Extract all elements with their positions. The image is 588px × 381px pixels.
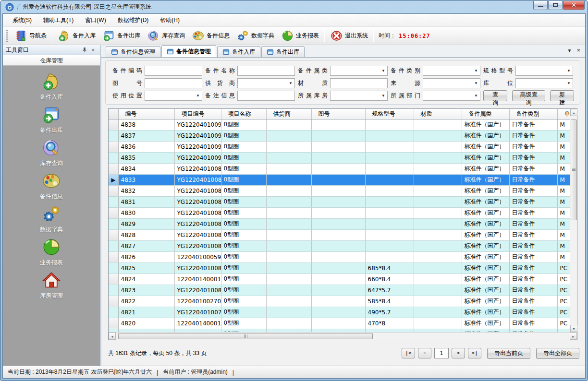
sidebar-item-report[interactable]: 业务报表: [3, 237, 100, 270]
vertical-scrollbar[interactable]: ▲ ▼: [570, 109, 577, 332]
menu-item[interactable]: 窗口(W): [79, 14, 111, 26]
maximize-button[interactable]: [548, 1, 563, 10]
tab-3[interactable]: 备件出库: [261, 46, 305, 57]
table-row[interactable]: 4831YG122040100860型圈标准件（国产）日常备件M: [109, 196, 570, 207]
table-row[interactable]: 4836YG122040100910型圈标准件（国产）日常备件M: [109, 141, 570, 152]
toolbar-button-stock-out[interactable]: 备件出库: [99, 28, 144, 44]
minimize-button[interactable]: [533, 1, 548, 10]
tab-list-dropdown-icon[interactable]: ▼: [567, 48, 572, 53]
column-header[interactable]: 备件类别: [509, 109, 557, 119]
column-header[interactable]: 备件属类: [462, 109, 509, 119]
sidebar-item-label: 备件出库: [40, 126, 63, 134]
last-page-button[interactable]: >|: [468, 348, 481, 358]
table-row[interactable]: 4838YG122040100930型圈标准件（国产）日常备件M: [109, 119, 570, 130]
prev-page-button[interactable]: <: [418, 348, 431, 358]
horizontal-scrollbar[interactable]: ◄ ►: [109, 332, 577, 340]
table-row[interactable]: 4827YG122040100820型圈标准件（国产）日常备件M: [109, 240, 570, 251]
pin-icon[interactable]: [82, 47, 89, 53]
filter-input[interactable]: [330, 78, 388, 88]
table-row[interactable]: 4823YG122040100800型圈647*5.7标准件（国产）日常备件PC: [109, 285, 570, 296]
tab-2[interactable]: 备件入库: [217, 46, 260, 57]
table-row[interactable]: 0型圈标准件（国产）日常备件: [109, 329, 570, 332]
toolbar-button-report[interactable]: 业务报表: [278, 28, 322, 44]
table-row[interactable]: 4835YG122040100900型圈标准件（国产）日常备件M: [109, 152, 570, 163]
new-button[interactable]: 新建: [550, 90, 574, 101]
filter-select[interactable]: ▼: [237, 78, 295, 88]
tab-0[interactable]: 备件信息管理: [106, 46, 160, 57]
page-number-input[interactable]: [434, 348, 449, 358]
filter-input[interactable]: [237, 91, 295, 101]
tab-close-icon[interactable]: ×: [576, 48, 580, 53]
column-header[interactable]: 规格型号: [365, 109, 414, 119]
table-row[interactable]: 4830YG122040100850型圈标准件（国产）日常备件M: [109, 207, 570, 218]
filter-label: 备件名称: [205, 67, 235, 75]
scroll-right-icon[interactable]: ►: [570, 333, 577, 340]
table-row[interactable]: 4825YG122040100810型圈685*8.4标准件（国产）日常备件PC: [109, 262, 570, 274]
vertical-scroll-thumb[interactable]: [571, 119, 577, 220]
menu-item[interactable]: 数据维护(D): [112, 14, 155, 26]
sidebar-item-stock-in[interactable]: 备件入库: [3, 71, 100, 105]
table-row[interactable]: 4834YG122040100890型圈标准件（国产）日常备件M: [109, 163, 570, 174]
row-header-cell: [109, 130, 118, 141]
next-page-button[interactable]: >: [452, 348, 465, 358]
filter-input[interactable]: [145, 66, 202, 76]
tab-1[interactable]: 备件信息管理: [161, 45, 216, 57]
menu-item[interactable]: 帮助(H): [154, 14, 185, 26]
sidebar-item-parts-info[interactable]: 备件信息: [3, 171, 100, 204]
column-header[interactable]: 图号: [311, 109, 365, 119]
column-header[interactable]: 材质: [414, 109, 462, 119]
table-row[interactable]: 4832YG122040100870型圈标准件（国产）日常备件M: [109, 185, 570, 196]
scroll-left-icon[interactable]: ◄: [109, 333, 116, 340]
table-row[interactable]: ▶4833YG122040100880型圈标准件（国产）日常备件M: [109, 174, 570, 185]
scroll-down-icon[interactable]: ▼: [570, 325, 577, 332]
sidebar-item-inventory-query[interactable]: 库存查询: [3, 138, 100, 171]
export-all-pages-button[interactable]: 导出全部页: [536, 348, 579, 359]
filter-input[interactable]: [145, 78, 202, 88]
sidebar-item-home[interactable]: 库房管理: [3, 270, 100, 303]
table-row[interactable]: 482212204010027000型圈585*8.4标准件（国产）日常备件PC: [109, 296, 570, 307]
table-row[interactable]: 4828YG122040100830型圈标准件（国产）日常备件M: [109, 229, 570, 240]
tool-window-close-icon[interactable]: ×: [89, 47, 97, 53]
column-header[interactable]: 项目名称: [221, 109, 266, 119]
toolbar-button-stock-in[interactable]: 备件入库: [54, 28, 99, 44]
table-cell: 1220401400012: [174, 274, 221, 285]
filter-input[interactable]: [237, 66, 295, 76]
filter-select[interactable]: ▼: [330, 91, 388, 101]
toolbar-button-exit[interactable]: 退出系统: [327, 28, 371, 44]
sidebar-item-data-dictionary[interactable]: 数据字典: [3, 204, 100, 237]
column-header[interactable]: 供货商: [266, 109, 311, 119]
column-header[interactable]: 编号: [118, 109, 174, 119]
menu-item[interactable]: 辅助工具(T): [37, 14, 79, 26]
toolbar-button-data-dictionary[interactable]: 数据字典: [233, 28, 278, 44]
filter-select[interactable]: ▼: [423, 66, 480, 76]
first-page-button[interactable]: |<: [402, 348, 415, 358]
close-button[interactable]: ✕: [563, 1, 585, 10]
filter-select[interactable]: ▼: [423, 78, 480, 88]
column-header[interactable]: 项目编号: [174, 109, 221, 119]
toolbar-button-inventory-query[interactable]: 库存查询: [144, 28, 188, 44]
column-header[interactable]: 单位: [557, 109, 570, 119]
table-cell: YG12204010090: [174, 152, 221, 163]
table-row[interactable]: 4829YG122040100840型圈标准件（国产）日常备件M: [109, 218, 570, 229]
toolbar-button-parts-info[interactable]: 备件信息: [188, 28, 233, 44]
scroll-up-icon[interactable]: ▲: [570, 109, 577, 116]
filter-select[interactable]: ▼: [515, 66, 573, 76]
query-button[interactable]: 查询: [483, 90, 507, 101]
menu-item[interactable]: 系统(S): [7, 14, 37, 26]
table-row[interactable]: 482612204010005990型圈标准件（国产）日常备件M: [109, 251, 570, 262]
table-cell: [365, 174, 414, 185]
table-row[interactable]: 482012204014000130型圈470*8标准件（国产）日常备件PC: [109, 318, 570, 329]
filter-select[interactable]: ▼: [423, 91, 480, 101]
filter-select[interactable]: ▼: [145, 91, 202, 101]
table-row[interactable]: 482412204014000120型圈660*8.4标准件（国产）日常备件PC: [109, 274, 570, 285]
filter-select[interactable]: ▼: [330, 66, 388, 76]
advanced-query-button[interactable]: 高级查询: [512, 90, 546, 101]
table-cell: M: [557, 185, 570, 196]
table-row[interactable]: 4821YG122040100790型圈490*5.7标准件（国产）日常备件PC: [109, 307, 570, 318]
horizontal-scroll-thumb[interactable]: [118, 333, 373, 339]
filter-select[interactable]: ▼: [515, 78, 573, 88]
export-current-page-button[interactable]: 导出当前页: [487, 348, 530, 359]
toolbar-button-navigator[interactable]: 导航条: [11, 28, 50, 44]
sidebar-item-stock-out[interactable]: 备件出库: [3, 105, 100, 138]
table-row[interactable]: 4837YG122040100920型圈标准件（国产）日常备件M: [109, 130, 570, 141]
